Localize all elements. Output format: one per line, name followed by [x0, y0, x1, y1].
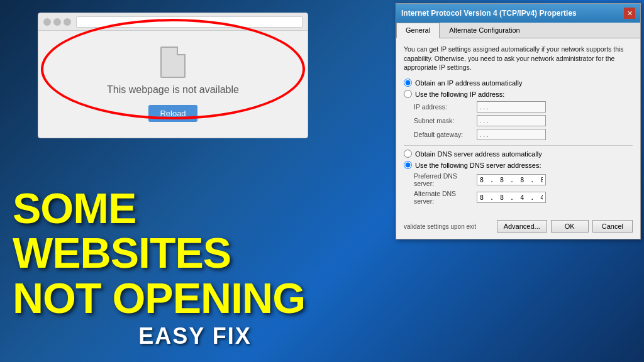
- dialog-body: You can get IP settings assigned automat…: [396, 38, 640, 216]
- gateway-label: Default gateway:: [414, 131, 477, 138]
- cancel-button[interactable]: Cancel: [592, 220, 633, 233]
- tab-general[interactable]: General: [396, 23, 440, 38]
- big-text-overlay: SOME WEBSITES NOT OPENING EASY FIX: [0, 180, 390, 362]
- radio-manual-ip-label: Use the following IP address:: [415, 90, 504, 98]
- browser-btn-1: [43, 18, 51, 26]
- radio-auto-ip-label: Obtain an IP address automatically: [415, 79, 522, 87]
- ip-fields: IP address: Subnet mask: Default gateway…: [414, 101, 633, 140]
- radio-auto-dns[interactable]: [404, 150, 412, 158]
- validate-text: validate settings upon exit: [404, 223, 493, 230]
- dialog-tabs: General Alternate Configuration: [396, 23, 640, 38]
- radio-manual-ip[interactable]: [404, 90, 412, 98]
- headline-line1: SOME WEBSITES NOT OPENING: [13, 186, 377, 321]
- browser-content: This webpage is not available Reload: [38, 31, 308, 138]
- radio-manual-dns-row: Use the following DNS server addresses:: [404, 161, 633, 169]
- alternate-dns-row: Alternate DNS server:: [414, 190, 633, 205]
- dialog-titlebar: Internet Protocol Version 4 (TCP/IPv4) P…: [396, 4, 640, 23]
- browser-toolbar: [38, 13, 308, 31]
- alternate-dns-input[interactable]: [477, 192, 546, 203]
- radio-auto-dns-label: Obtain DNS server address automatically: [415, 150, 542, 158]
- dialog-description: You can get IP settings assigned automat…: [404, 45, 633, 72]
- alternate-dns-label: Alternate DNS server:: [414, 190, 477, 205]
- radio-manual-dns-label: Use the following DNS server addresses:: [415, 162, 541, 169]
- radio-manual-ip-row: Use the following IP address:: [404, 90, 633, 98]
- dns-fields: Preferred DNS server: Alternate DNS serv…: [414, 172, 633, 205]
- browser-url-bar[interactable]: [76, 16, 303, 28]
- radio-auto-ip-row: Obtain an IP address automatically: [404, 79, 633, 87]
- browser-btn-3: [64, 18, 71, 26]
- gateway-row: Default gateway:: [414, 129, 633, 140]
- divider: [404, 145, 633, 146]
- advanced-button[interactable]: Advanced...: [497, 220, 547, 233]
- subnet-row: Subnet mask:: [414, 115, 633, 126]
- gateway-input[interactable]: [477, 129, 546, 140]
- radio-manual-dns[interactable]: [404, 161, 412, 169]
- ip-address-input[interactable]: [477, 101, 546, 112]
- ip-address-row: IP address:: [414, 101, 633, 112]
- subheadline: EASY FIX: [13, 323, 377, 349]
- tab-alternate-config[interactable]: Alternate Configuration: [440, 23, 530, 38]
- subnet-input[interactable]: [477, 115, 546, 126]
- browser-window: This webpage is not available Reload: [38, 13, 308, 138]
- dialog-footer: validate settings upon exit Advanced... …: [396, 216, 640, 239]
- radio-auto-ip[interactable]: [404, 79, 412, 87]
- tcp-ipv4-dialog: Internet Protocol Version 4 (TCP/IPv4) P…: [396, 3, 641, 239]
- browser-error-text: This webpage is not available: [107, 84, 239, 96]
- dialog-title: Internet Protocol Version 4 (TCP/IPv4) P…: [401, 9, 577, 18]
- ip-address-label: IP address:: [414, 103, 477, 111]
- radio-auto-dns-row: Obtain DNS server address automatically: [404, 150, 633, 158]
- reload-button[interactable]: Reload: [148, 105, 197, 122]
- file-icon: [160, 47, 186, 78]
- preferred-dns-input[interactable]: [477, 174, 546, 185]
- left-panel: This webpage is not available Reload SOM…: [0, 0, 390, 362]
- dialog-close-button[interactable]: ✕: [624, 8, 635, 19]
- ok-button[interactable]: OK: [551, 220, 589, 233]
- browser-btn-2: [53, 18, 61, 26]
- subnet-label: Subnet mask:: [414, 117, 477, 124]
- preferred-dns-row: Preferred DNS server:: [414, 172, 633, 187]
- preferred-dns-label: Preferred DNS server:: [414, 172, 477, 187]
